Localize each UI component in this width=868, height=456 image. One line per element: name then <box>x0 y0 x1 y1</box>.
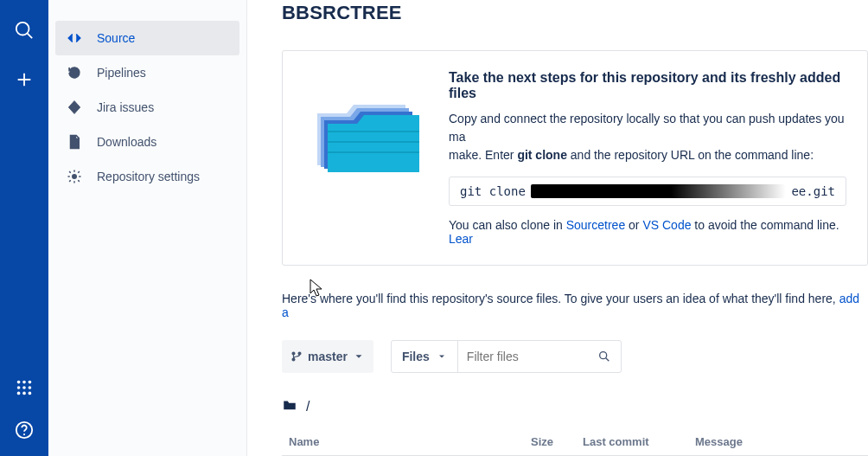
svg-point-11 <box>73 175 77 179</box>
sidebar: Source Pipelines Jira issues Downloads R… <box>48 0 247 456</box>
svg-point-8 <box>29 392 32 395</box>
path-breadcrumb: / <box>282 397 868 416</box>
source-hint: Here's where you'll find this repository… <box>282 292 868 319</box>
col-size: Size <box>524 428 576 456</box>
sidebar-item-label: Repository settings <box>97 170 200 183</box>
sidebar-item-source[interactable]: Source <box>55 21 239 55</box>
svg-rect-13 <box>328 141 419 143</box>
card-title: Take the next steps for this repository … <box>449 70 846 101</box>
sidebar-item-label: Downloads <box>97 135 156 149</box>
svg-point-6 <box>17 392 21 395</box>
downloads-icon <box>64 132 85 152</box>
search-icon[interactable] <box>15 21 34 42</box>
svg-point-2 <box>29 381 32 384</box>
clone-url-redacted <box>531 184 787 198</box>
chevron-down-icon <box>353 350 365 363</box>
branch-name: master <box>308 350 348 363</box>
col-name: Name <box>282 428 524 456</box>
svg-point-16 <box>292 358 295 361</box>
jira-icon <box>64 97 85 118</box>
sidebar-item-label: Pipelines <box>97 66 146 80</box>
sidebar-item-label: Jira issues <box>97 100 154 114</box>
svg-point-15 <box>292 352 295 355</box>
filter-type-selector[interactable]: Files <box>392 341 458 372</box>
svg-point-5 <box>29 386 32 389</box>
repo-title: BBSRCTREE <box>282 0 868 24</box>
sidebar-item-pipelines[interactable]: Pipelines <box>55 55 239 90</box>
clone-url-suffix: ee.git <box>791 184 835 198</box>
sidebar-item-settings[interactable]: Repository settings <box>55 159 239 194</box>
svg-point-4 <box>22 386 26 389</box>
clone-url-box[interactable]: git clone ee.git <box>449 177 846 206</box>
chevron-down-icon <box>437 351 447 362</box>
svg-rect-12 <box>328 131 419 132</box>
global-rail <box>0 0 48 456</box>
svg-rect-14 <box>328 151 419 153</box>
apps-icon[interactable] <box>15 378 34 400</box>
file-table: Name Size Last commit Message README.md … <box>282 428 868 456</box>
svg-point-17 <box>298 352 301 355</box>
path-separator: / <box>306 399 310 414</box>
branch-selector[interactable]: master <box>282 340 373 373</box>
svg-point-3 <box>17 386 21 389</box>
gear-icon <box>64 166 85 187</box>
svg-point-1 <box>22 381 26 384</box>
filter-input[interactable] <box>458 341 588 372</box>
source-controls: master Files <box>282 340 868 373</box>
svg-point-0 <box>17 381 21 384</box>
add-icon[interactable] <box>15 70 34 92</box>
pipelines-icon <box>64 62 85 83</box>
main-content: BBSRCTREE Take the next steps for this r… <box>247 0 868 456</box>
svg-point-18 <box>599 352 606 359</box>
card-text: Copy and connect the repository locally … <box>449 110 846 164</box>
help-icon[interactable] <box>15 421 34 442</box>
sidebar-item-downloads[interactable]: Downloads <box>55 125 239 159</box>
folder-icon <box>282 397 297 416</box>
sourcetree-link[interactable]: Sourcetree <box>566 218 625 232</box>
vscode-link[interactable]: VS Code <box>642 218 691 232</box>
clone-command-prefix: git clone <box>460 184 526 198</box>
col-last-commit: Last commit <box>576 428 688 456</box>
svg-point-7 <box>22 392 26 395</box>
card-subtext: You can also clone in Sourcetree or VS C… <box>449 218 846 246</box>
branch-icon <box>290 350 303 363</box>
col-message: Message <box>688 428 868 456</box>
search-icon[interactable] <box>588 341 621 372</box>
onboarding-card: Take the next steps for this repository … <box>282 50 868 266</box>
source-icon <box>64 28 85 48</box>
folder-illustration <box>303 79 424 183</box>
learn-more-link[interactable]: Lear <box>449 232 473 246</box>
sidebar-item-label: Source <box>97 31 135 45</box>
svg-point-10 <box>23 434 25 435</box>
sidebar-item-jira[interactable]: Jira issues <box>55 90 239 125</box>
file-filter: Files <box>391 340 622 373</box>
